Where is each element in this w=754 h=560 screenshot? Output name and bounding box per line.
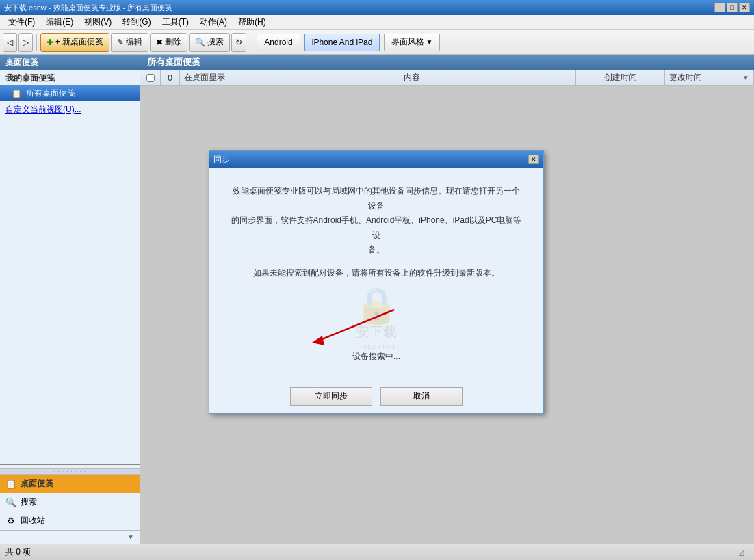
- watermark-lock-icon: 🔒: [354, 287, 399, 323]
- dialog-searching-text: 设备搜索中...: [230, 351, 523, 362]
- dialog-text-hint: 如果未能搜索到配对设备，请将所有设备上的软件升级到最新版本。: [230, 266, 523, 281]
- watermark-text: 安下载: [354, 323, 399, 341]
- cancel-button[interactable]: 取消: [380, 387, 463, 406]
- watermark: 🔒 安下载 anxz.com: [354, 287, 399, 352]
- sync-dialog: 同步 ✕ 效能桌面便笺专业版可以与局域网中的其他设备同步信息。现在请您打开另一个…: [209, 150, 544, 414]
- dialog-body: 效能桌面便笺专业版可以与局域网中的其他设备同步信息。现在请您打开另一个设备 的同…: [209, 168, 543, 387]
- watermark-subtext: anxz.com: [354, 341, 399, 352]
- dialog-text-main: 效能桌面便笺专业版可以与局域网中的其他设备同步信息。现在请您打开另一个设备 的同…: [230, 184, 523, 258]
- dialog-close-button[interactable]: ✕: [528, 155, 539, 164]
- svg-marker-1: [312, 336, 324, 345]
- dialog-titlebar: 同步 ✕: [209, 151, 543, 168]
- dialog-title: 同步: [213, 154, 230, 165]
- dialog-buttons: 立即同步 取消: [209, 387, 543, 413]
- dialog-watermark-area: 🔒 安下载 anxz.com: [230, 289, 523, 351]
- sync-now-button[interactable]: 立即同步: [290, 387, 372, 406]
- dialog-overlay: 同步 ✕ 效能桌面便笺专业版可以与局域网中的其他设备同步信息。现在请您打开另一个…: [0, 0, 754, 560]
